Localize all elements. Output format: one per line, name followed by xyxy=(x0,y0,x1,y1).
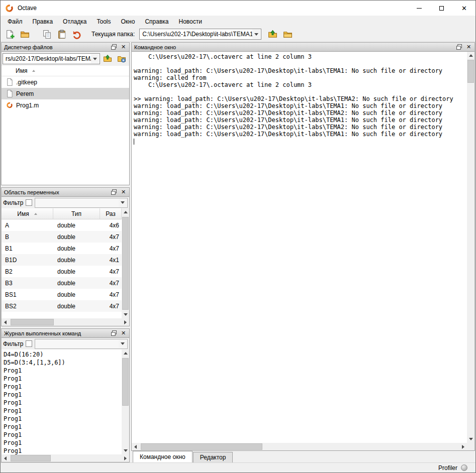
horizontal-scrollbar[interactable] xyxy=(2,318,129,326)
variable-row[interactable]: B double 4x7 xyxy=(2,231,122,243)
menu-window[interactable]: Окно xyxy=(116,16,140,27)
variable-row[interactable]: B3 double 4x7 xyxy=(2,277,122,289)
folder-actions-button[interactable] xyxy=(115,53,128,65)
maximize-button[interactable] xyxy=(430,1,453,16)
console-prompt-line[interactable] xyxy=(134,138,467,145)
variable-row[interactable]: B1 double 4x7 xyxy=(2,243,122,254)
scrollbar-thumb[interactable] xyxy=(11,319,54,325)
history-item[interactable]: Prog1 xyxy=(4,383,122,391)
close-window-button[interactable]: ✕ xyxy=(453,1,475,16)
menu-help[interactable]: Справка xyxy=(140,16,173,27)
history-item[interactable]: Prog1 xyxy=(4,375,122,383)
vertical-scrollbar[interactable] xyxy=(122,208,129,318)
scrollbar-track[interactable] xyxy=(9,454,122,462)
scrollbar-track[interactable] xyxy=(122,216,129,311)
history-item[interactable]: Prog1 xyxy=(4,423,122,431)
scroll-left-button[interactable] xyxy=(2,454,9,462)
scroll-down-button[interactable] xyxy=(122,311,129,318)
menu-tools[interactable]: Tools xyxy=(92,16,116,27)
variable-row[interactable]: B2 double 4x7 xyxy=(2,266,122,277)
scrollbar-thumb[interactable] xyxy=(122,217,129,310)
folder-up-button[interactable] xyxy=(266,28,279,41)
profiler-status-icon[interactable] xyxy=(461,464,467,471)
tab-editor[interactable]: Редактор xyxy=(193,452,233,462)
copy-button[interactable] xyxy=(40,28,54,41)
file-row-gitkeep[interactable]: .gitkeep xyxy=(2,76,129,88)
scrollbar-track[interactable] xyxy=(122,357,129,447)
variable-row[interactable]: BS2 double 4x7 xyxy=(2,300,122,312)
console-output[interactable]: C:\Users\u202-17\.octaverc at line 2 col… xyxy=(132,52,467,443)
variable-row[interactable]: A double 4x6 xyxy=(2,219,122,231)
vertical-scrollbar[interactable] xyxy=(467,52,474,443)
scroll-left-button[interactable] xyxy=(2,318,9,326)
scroll-right-button[interactable] xyxy=(122,454,129,462)
combobox-dropdown-button[interactable] xyxy=(252,30,260,39)
command-window-header[interactable]: Командное окно ✕ xyxy=(132,43,474,52)
close-panel-button[interactable]: ✕ xyxy=(119,43,128,51)
scroll-up-button[interactable] xyxy=(467,52,474,59)
history-item[interactable]: D5=D(3:4,[1,3,6]) xyxy=(4,359,122,367)
file-browser-header[interactable]: Диспетчер файлов ✕ xyxy=(2,43,129,52)
history-item[interactable]: Prog1 xyxy=(4,407,122,415)
workspace-header[interactable]: Область переменных ✕ xyxy=(2,188,129,197)
minimize-button[interactable] xyxy=(408,1,430,16)
undock-button[interactable] xyxy=(109,188,119,196)
undo-button[interactable] xyxy=(70,28,84,41)
folder-up-button[interactable] xyxy=(101,53,114,65)
column-header-name[interactable]: Имя xyxy=(2,208,53,219)
scrollbar-thumb[interactable] xyxy=(122,358,129,406)
command-history-header[interactable]: Журнал выполненных команд ✕ xyxy=(2,329,129,338)
file-list-name-column-header[interactable]: Имя xyxy=(2,66,129,76)
scroll-down-button[interactable] xyxy=(467,435,474,443)
horizontal-scrollbar[interactable] xyxy=(2,454,129,462)
vertical-scrollbar[interactable] xyxy=(122,349,129,454)
new-script-button[interactable] xyxy=(3,28,17,41)
scroll-up-button[interactable] xyxy=(122,208,129,216)
scroll-right-button[interactable] xyxy=(122,318,129,326)
history-filter-combobox[interactable] xyxy=(35,339,128,349)
undock-button[interactable] xyxy=(109,329,119,337)
menu-news[interactable]: Новости xyxy=(173,16,207,27)
menu-edit[interactable]: Правка xyxy=(28,16,58,27)
history-item[interactable]: Prog1 xyxy=(4,439,122,447)
scroll-down-button[interactable] xyxy=(122,447,129,454)
file-row-perem[interactable]: Perem xyxy=(2,88,129,99)
close-panel-button[interactable]: ✕ xyxy=(119,329,128,337)
column-header-size[interactable]: Раз xyxy=(100,208,122,219)
history-item[interactable]: D4=D(16:20) xyxy=(4,350,122,359)
title-bar[interactable]: Octave ✕ xyxy=(1,1,475,16)
horizontal-scrollbar[interactable] xyxy=(132,443,474,450)
history-item[interactable]: Prog1 xyxy=(4,391,122,399)
close-panel-button[interactable]: ✕ xyxy=(464,43,473,51)
scrollbar-thumb[interactable] xyxy=(11,455,51,461)
scrollbar-track[interactable] xyxy=(467,59,474,435)
filter-checkbox[interactable] xyxy=(26,199,32,206)
undock-button[interactable] xyxy=(454,43,464,51)
scroll-right-button[interactable] xyxy=(459,443,467,450)
file-browser-path-combobox[interactable]: rs/u202-17/Desktop/it-labs/TEMA1 xyxy=(3,53,100,64)
variable-row[interactable]: BS1 double 4x7 xyxy=(2,289,122,300)
scroll-left-button[interactable] xyxy=(132,443,139,450)
column-header-type[interactable]: Тип xyxy=(53,208,100,219)
scrollbar-track[interactable] xyxy=(9,318,122,326)
menu-debug[interactable]: Отладка xyxy=(58,16,91,27)
history-item[interactable]: Prog1 xyxy=(4,367,122,375)
combobox-dropdown-button[interactable] xyxy=(91,54,99,63)
history-item[interactable]: Prog1 xyxy=(4,431,122,439)
open-file-button[interactable] xyxy=(18,28,32,41)
browse-folder-button[interactable] xyxy=(281,28,295,41)
history-item[interactable]: Prog1 xyxy=(4,447,122,454)
scrollbar-thumb[interactable] xyxy=(467,60,474,83)
scrollbar-thumb[interactable] xyxy=(141,443,262,450)
workspace-filter-combobox[interactable] xyxy=(35,198,128,208)
scroll-up-button[interactable] xyxy=(122,349,129,357)
menu-file[interactable]: Файл xyxy=(3,16,28,27)
history-item[interactable]: Prog1 xyxy=(4,415,122,423)
undock-button[interactable] xyxy=(109,43,119,51)
close-panel-button[interactable]: ✕ xyxy=(119,188,128,196)
tab-command-window[interactable]: Командное окно xyxy=(133,451,193,462)
history-item[interactable]: Prog1 xyxy=(4,399,122,407)
paste-button[interactable] xyxy=(55,28,69,41)
filter-checkbox[interactable] xyxy=(26,340,32,347)
combobox-dropdown-button[interactable] xyxy=(119,199,127,207)
